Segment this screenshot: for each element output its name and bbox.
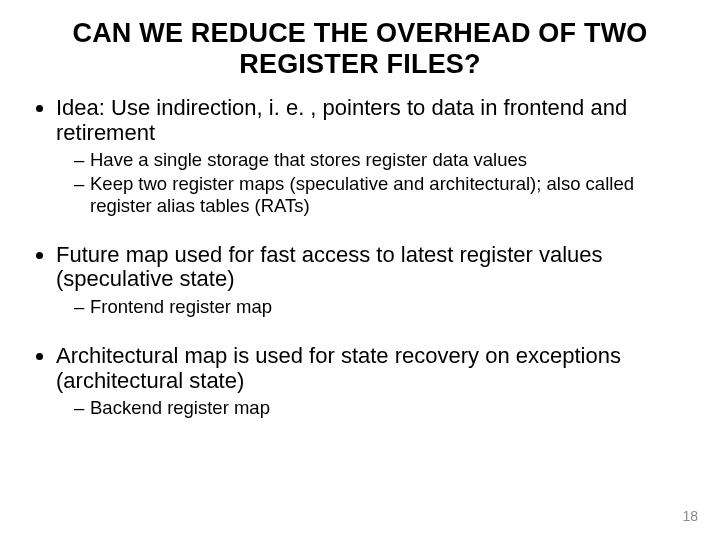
bullet-list-2: Future map used for fast access to lates… — [30, 243, 690, 318]
bullet-1-text: Idea: Use indirection, i. e. , pointers … — [56, 95, 627, 145]
subbullet-list-3: Backend register map — [56, 397, 690, 419]
page-number: 18 — [682, 508, 698, 524]
subbullet-1a: Have a single storage that stores regist… — [74, 149, 690, 171]
bullet-block-3: Architectural map is used for state reco… — [30, 344, 690, 419]
subbullet-1b: Keep two register maps (speculative and … — [74, 173, 690, 217]
subbullet-list-1: Have a single storage that stores regist… — [56, 149, 690, 216]
subbullet-list-2: Frontend register map — [56, 296, 690, 318]
bullet-block-1: Idea: Use indirection, i. e. , pointers … — [30, 96, 690, 217]
bullet-block-2: Future map used for fast access to lates… — [30, 243, 690, 318]
bullet-3-text: Architectural map is used for state reco… — [56, 343, 621, 393]
slide-title: CAN WE REDUCE THE OVERHEAD OF TWO REGIST… — [60, 18, 660, 80]
bullet-list-3: Architectural map is used for state reco… — [30, 344, 690, 419]
bullet-2: Future map used for fast access to lates… — [56, 243, 690, 318]
bullet-2-text: Future map used for fast access to lates… — [56, 242, 603, 292]
subbullet-2a: Frontend register map — [74, 296, 690, 318]
subbullet-3a: Backend register map — [74, 397, 690, 419]
bullet-1: Idea: Use indirection, i. e. , pointers … — [56, 96, 690, 217]
bullet-3: Architectural map is used for state reco… — [56, 344, 690, 419]
slide: CAN WE REDUCE THE OVERHEAD OF TWO REGIST… — [0, 0, 720, 540]
bullet-list-1: Idea: Use indirection, i. e. , pointers … — [30, 96, 690, 217]
